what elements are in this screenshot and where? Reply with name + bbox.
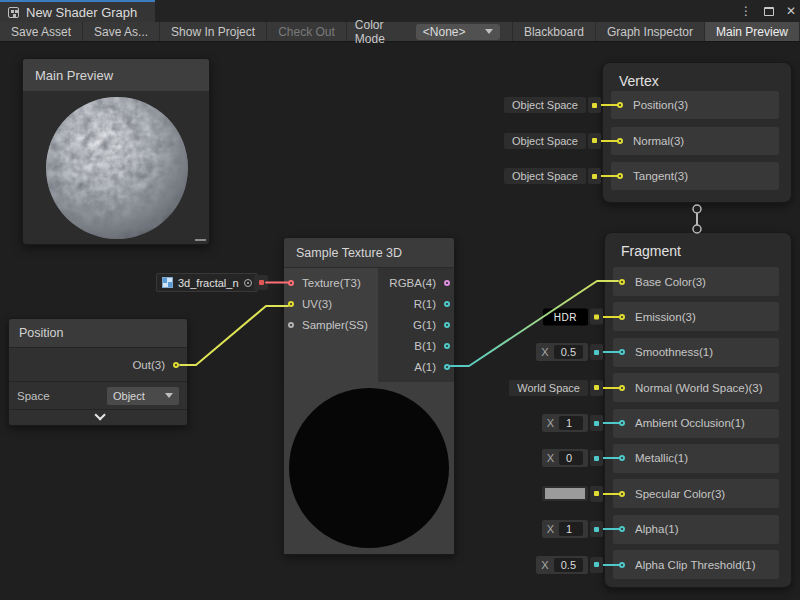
b-port[interactable] (444, 343, 450, 349)
emission-port[interactable] (619, 314, 625, 320)
fragment-row-alpha-clip[interactable]: Alpha Clip Threshold(1) X0.5 (613, 550, 779, 579)
texture-asset-name: 3d_fractal_n (178, 277, 239, 289)
fragment-row-base-color[interactable]: Base Color(3) (613, 267, 779, 296)
sample-node-title[interactable]: Sample Texture 3D (284, 238, 454, 268)
port-label: UV(3) (302, 298, 332, 310)
vertex-node[interactable]: Vertex Position(3) Object Space Normal(3… (602, 62, 792, 203)
save-as-button[interactable]: Save As... (83, 22, 160, 41)
x-label: X (547, 452, 554, 464)
fragment-row-specular-color[interactable]: Specular Color(3) (613, 479, 779, 508)
smoothness-port[interactable] (619, 349, 625, 355)
binding-dot (588, 133, 601, 149)
alpha-port[interactable] (619, 526, 625, 532)
a-port[interactable] (444, 364, 450, 370)
ambient-occlusion-port[interactable] (619, 420, 625, 426)
port-label: Normal(3) (633, 135, 684, 147)
alpha-clip-field[interactable]: X0.5 (536, 556, 603, 574)
tangent-port[interactable] (617, 173, 623, 179)
space-dropdown[interactable]: Object (107, 387, 179, 405)
float-input[interactable]: 0.5 (554, 558, 583, 572)
show-in-project-button[interactable]: Show In Project (160, 22, 267, 41)
metallic-field[interactable]: X0 (542, 449, 603, 467)
sampler-port[interactable] (288, 322, 294, 328)
collapse-preview-button[interactable] (9, 410, 187, 424)
port-label: Position(3) (633, 99, 688, 111)
position-node-title[interactable]: Position (9, 319, 187, 348)
position-port[interactable] (617, 102, 623, 108)
binding-pill: Object Space (504, 168, 586, 184)
metallic-port[interactable] (619, 455, 625, 461)
hdr-badge[interactable]: HDR (543, 308, 588, 325)
specular-color-field[interactable] (542, 486, 603, 502)
fragment-row-alpha[interactable]: Alpha(1) X1 (613, 515, 779, 544)
smoothness-field[interactable]: X0.5 (536, 343, 603, 361)
vertex-row-normal[interactable]: Normal(3) Object Space (611, 127, 779, 155)
out-port[interactable] (173, 362, 179, 368)
binding-dot (590, 521, 603, 537)
save-asset-button[interactable]: Save Asset (0, 22, 83, 41)
vertex-rows: Position(3) Object Space Normal(3) Objec… (611, 91, 779, 190)
fragment-node[interactable]: Fragment Base Color(3) Emission(3) HDR S… (604, 232, 792, 588)
uv-port[interactable] (288, 301, 294, 307)
base-color-port[interactable] (619, 279, 625, 285)
port-label: Sampler(SS) (302, 319, 368, 331)
port-label: Smoothness(1) (635, 346, 713, 358)
maximize-icon[interactable] (764, 7, 774, 16)
vertex-row-position[interactable]: Position(3) Object Space (611, 91, 779, 119)
main-preview-header[interactable]: Main Preview (23, 59, 209, 91)
fragment-row-normal-ws[interactable]: Normal (World Space)(3) World Space (613, 373, 779, 402)
float-input[interactable]: 0.5 (554, 345, 583, 359)
normal-space-binding: Object Space (504, 133, 601, 149)
texture-port[interactable] (288, 280, 294, 286)
r-port[interactable] (444, 301, 450, 307)
binding-dot (590, 309, 603, 325)
alpha-field[interactable]: X1 (542, 520, 603, 538)
sample-node-body: Texture(T3) UV(3) Sampler(SS) RGBA(4) R(… (284, 268, 454, 382)
blackboard-toggle[interactable]: Blackboard (512, 22, 596, 41)
normal-port[interactable] (617, 138, 623, 144)
g-port[interactable] (444, 322, 450, 328)
position-output-row: Out(3) (9, 348, 187, 382)
color-swatch[interactable] (545, 488, 585, 499)
main-preview-viewport[interactable] (23, 91, 209, 244)
ambient-occlusion-field[interactable]: X1 (542, 414, 603, 432)
vertex-node-title: Vertex (619, 73, 659, 89)
graph-inspector-toggle[interactable]: Graph Inspector (596, 22, 705, 41)
texture-binding-dot (254, 275, 268, 290)
vertex-row-tangent[interactable]: Tangent(3) Object Space (611, 162, 779, 190)
binding-pill: Object Space (504, 133, 586, 149)
binding-pill: World Space (509, 380, 588, 396)
port-label: RGBA(4) (389, 277, 436, 289)
texture-asset-field[interactable]: 3d_fractal_n (156, 273, 258, 292)
normal-ws-port[interactable] (619, 385, 625, 391)
binding-dot (590, 486, 603, 502)
port-label: Texture(T3) (302, 277, 361, 289)
rgba-port[interactable] (444, 280, 450, 286)
close-icon[interactable]: ✕ (786, 5, 796, 17)
main-preview-toggle[interactable]: Main Preview (705, 22, 800, 41)
float-input[interactable]: 1 (559, 522, 583, 536)
binding-dot (590, 380, 603, 396)
object-picker-icon[interactable] (244, 279, 252, 287)
kebab-menu-icon[interactable]: ⋮ (740, 5, 752, 17)
shader-graph-asset-icon (8, 7, 19, 18)
fragment-row-smoothness[interactable]: Smoothness(1) X0.5 (613, 338, 779, 367)
binding-dot (590, 415, 603, 431)
resize-handle[interactable] (195, 239, 206, 241)
sample-texture-3d-node[interactable]: Sample Texture 3D Texture(T3) UV(3) Samp… (283, 237, 455, 555)
color-mode-dropdown[interactable]: <None> (416, 24, 500, 40)
fragment-row-metallic[interactable]: Metallic(1) X0 (613, 444, 779, 473)
port-label: Tangent(3) (633, 170, 688, 182)
float-input[interactable]: 1 (559, 416, 583, 430)
specular-color-port[interactable] (619, 491, 625, 497)
position-node[interactable]: Position Out(3) Space Object (8, 318, 188, 426)
fragment-row-ambient-occlusion[interactable]: Ambient Occlusion(1) X1 (613, 409, 779, 438)
fragment-row-emission[interactable]: Emission(3) HDR (613, 302, 779, 331)
emission-hdr-field[interactable]: HDR (543, 308, 603, 325)
binding-dot (588, 97, 601, 113)
alpha-clip-port[interactable] (619, 562, 625, 568)
binding-dot (588, 168, 601, 184)
float-input[interactable]: 0 (559, 451, 583, 465)
tab-new-shader-graph[interactable]: New Shader Graph (0, 0, 155, 22)
main-preview-panel[interactable]: Main Preview (22, 58, 210, 245)
